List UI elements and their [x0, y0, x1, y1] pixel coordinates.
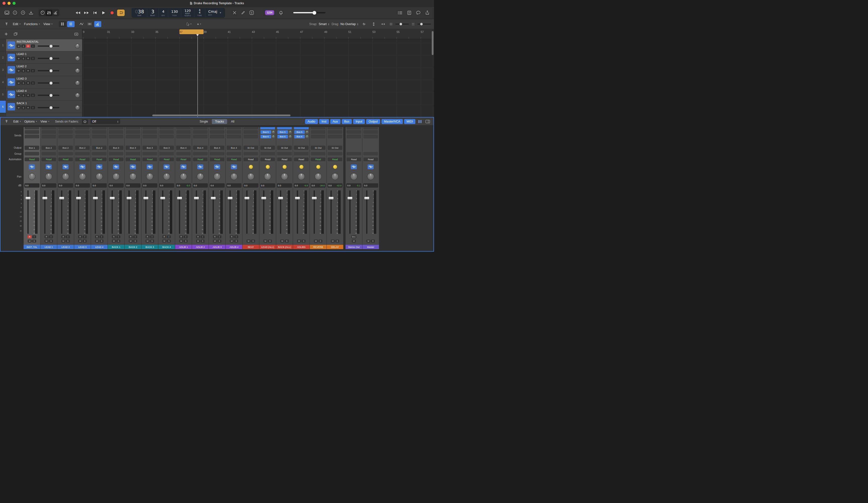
fader-handle[interactable]	[295, 197, 300, 199]
lcd-display[interactable]: 038 BAR 3 BEAT 4 DIV 130 TICK 120 KEEP T…	[132, 8, 225, 18]
automation-mode-button[interactable]: Read	[58, 157, 73, 161]
send-slot[interactable]	[347, 130, 361, 134]
fader-handle[interactable]	[177, 197, 182, 199]
track-volume-thumb[interactable]	[50, 106, 52, 109]
group-slot[interactable]	[24, 152, 39, 156]
automation-mode-button[interactable]: Read	[126, 157, 140, 161]
group-slot[interactable]	[143, 152, 157, 156]
track-name[interactable]: LEAD 2	[17, 65, 74, 68]
mute-button[interactable]: M	[352, 240, 356, 243]
volume-value[interactable]: 0.0	[59, 184, 62, 187]
send-slot[interactable]	[294, 127, 309, 129]
track-name[interactable]: BACK 1	[17, 102, 74, 105]
send-slot[interactable]	[347, 135, 361, 138]
fader-handle[interactable]	[364, 197, 369, 199]
pan-knob[interactable]	[62, 173, 69, 180]
fader-handle[interactable]	[25, 197, 30, 199]
automation-mode-button[interactable]: Read	[176, 157, 191, 161]
solo-button[interactable]: S	[21, 94, 25, 97]
fader-handle[interactable]	[228, 197, 232, 199]
volume-value[interactable]: 0.0	[227, 184, 231, 187]
send-slot[interactable]	[176, 127, 191, 129]
group-slot[interactable]	[159, 152, 174, 156]
vertical-zoom-slider[interactable]	[395, 24, 409, 24]
track-number[interactable]: 4	[0, 76, 6, 88]
flex-icon[interactable]	[86, 21, 93, 27]
channel-strip[interactable]: St OutRead0.0-34.602481216212631364555MS…	[310, 127, 327, 249]
track-number[interactable]: 2	[0, 52, 6, 64]
menu-options[interactable]: Options▾	[23, 119, 39, 124]
send-slot[interactable]	[109, 130, 123, 134]
send-bus-button[interactable]: Bus 5	[261, 130, 271, 134]
send-slot[interactable]	[176, 135, 191, 138]
track-volume-slider[interactable]	[38, 58, 59, 59]
output-select[interactable]: Bus 2	[75, 146, 90, 150]
track-pan-knob[interactable]	[75, 81, 80, 85]
channel-strip[interactable]: Bus 4Read0.002481216212631364555RIMSADLI…	[226, 127, 242, 249]
channel-name[interactable]: ADLIBS	[293, 245, 310, 249]
vertical-zoom-thumb[interactable]	[400, 23, 402, 25]
solo-button[interactable]: S	[116, 240, 120, 243]
cycle-button[interactable]	[117, 10, 125, 16]
record-enable-button[interactable]: R	[112, 235, 116, 238]
automation-mode-button[interactable]: Read	[347, 157, 361, 161]
input-monitor-button[interactable]: I	[200, 235, 205, 238]
send-slot[interactable]	[176, 130, 191, 134]
solo-button[interactable]: S	[21, 81, 25, 85]
input-monitor-button[interactable]: I	[31, 94, 35, 97]
automation-mode-button[interactable]: Read	[363, 157, 378, 161]
solo-button[interactable]: S	[285, 240, 289, 243]
pan-knob[interactable]	[197, 173, 204, 180]
send-level-knob[interactable]	[306, 135, 309, 138]
pan-knob[interactable]	[230, 173, 237, 180]
playhead[interactable]	[197, 36, 198, 117]
send-slot[interactable]	[92, 135, 106, 138]
pan-knob[interactable]	[214, 173, 221, 180]
fader-handle[interactable]	[261, 197, 266, 199]
arrange-background[interactable]	[82, 39, 434, 117]
output-select[interactable]: Bus 2	[92, 146, 106, 150]
volume-value[interactable]: 0.0	[25, 184, 29, 187]
send-slot[interactable]	[210, 127, 225, 129]
fader-handle[interactable]	[76, 197, 81, 199]
fader-handle[interactable]	[211, 197, 216, 199]
sends-on-faders-power-button[interactable]	[82, 119, 88, 124]
mute-button[interactable]: M	[179, 240, 183, 243]
send-slot[interactable]	[311, 127, 326, 129]
mute-button[interactable]: M	[17, 106, 21, 109]
smart-controls-button[interactable]	[39, 10, 46, 16]
channel-strip[interactable]: Bus 4Read0.002481216212631364555RIMSADLI…	[192, 127, 209, 249]
track-volume-slider[interactable]	[38, 45, 59, 47]
channel-name[interactable]: LEAD 3	[74, 245, 91, 249]
channel-name[interactable]: LEAD (ALL)	[259, 245, 276, 249]
mixer-collapse-icon[interactable]	[3, 118, 10, 125]
solo-button[interactable]: S	[150, 240, 154, 243]
track-volume-thumb[interactable]	[50, 94, 52, 97]
mute-button[interactable]: M	[196, 240, 200, 243]
channel-name[interactable]: BACK 1	[108, 245, 124, 249]
output-select[interactable]: Bus 4	[193, 146, 208, 150]
close-window-button[interactable]	[2, 2, 6, 5]
channel-name[interactable]: LEAD 4	[91, 245, 107, 249]
input-monitor-button[interactable]: I	[31, 69, 35, 72]
volume-value[interactable]: 0.0	[278, 184, 281, 187]
send-slot[interactable]	[328, 135, 342, 138]
send-slot[interactable]	[58, 127, 73, 129]
send-slot[interactable]	[311, 130, 326, 134]
solo-button[interactable]: S	[217, 240, 221, 243]
volume-value[interactable]: 0.0	[177, 184, 180, 187]
send-slot[interactable]	[328, 127, 342, 129]
track-header[interactable]: 6BACK 1MSRI	[0, 101, 82, 113]
panel-collapse-icon[interactable]	[3, 21, 10, 27]
solo-button[interactable]: S	[32, 240, 36, 243]
import-icon[interactable]	[28, 10, 34, 16]
mixer-tab-single[interactable]: Single	[196, 119, 211, 124]
input-monitor-button[interactable]: I	[31, 44, 35, 48]
channel-strip[interactable]: Bus 5Bus 6St OutRead0.0-9.90248121621263…	[293, 127, 310, 249]
media-browser-icon[interactable]	[3, 10, 10, 16]
channel-name[interactable]: BACK 4	[158, 245, 175, 249]
track-number[interactable]: 6	[0, 101, 6, 113]
solo-button[interactable]: S	[318, 240, 322, 243]
send-slot[interactable]	[328, 130, 342, 134]
record-enable-button[interactable]: R	[230, 235, 234, 238]
